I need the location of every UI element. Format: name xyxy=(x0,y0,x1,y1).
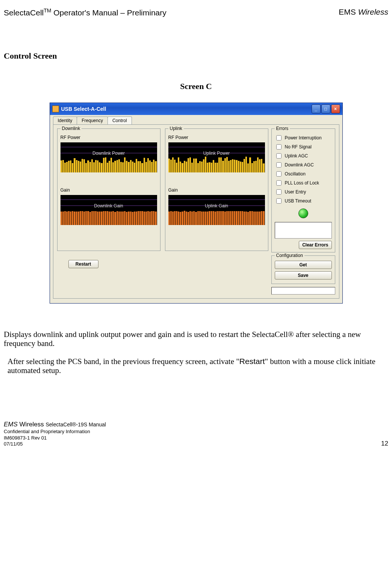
status-led-icon xyxy=(298,208,308,218)
downlink-legend: Downlink xyxy=(61,126,82,131)
error-checkbox[interactable] xyxy=(276,144,282,150)
errors-legend: Errors xyxy=(275,126,290,131)
uplink-gain-chart: Uplink Gain xyxy=(168,195,265,225)
clear-errors-button[interactable]: Clear Errors xyxy=(299,241,331,249)
tab-identity[interactable]: Identity xyxy=(53,116,77,124)
maximize-button[interactable]: □ xyxy=(321,104,330,113)
error-label: Downlink AGC xyxy=(285,162,314,168)
downlink-group: Downlink RF Power Downlink Power Gain Do… xyxy=(57,128,160,251)
save-button[interactable]: Save xyxy=(275,271,332,279)
window-controls: _ □ × xyxy=(312,104,340,113)
product-name: SelectaCell xyxy=(4,8,44,17)
error-label: Oscillation xyxy=(285,171,306,177)
uplink-power-chart-title: Uplink Power xyxy=(168,151,265,156)
document-header: SelectaCellTM Operator's Manual – Prelim… xyxy=(4,8,388,17)
app-window: USB Select-A-Cell _ □ × Identity Frequen… xyxy=(50,103,343,304)
footer-line2: Confidential and Proprietary Information xyxy=(4,429,106,435)
paragraph-1: Displays downlink and uplink output powe… xyxy=(4,330,388,348)
window-title: USB Select-A-Cell xyxy=(61,106,106,112)
downlink-power-chart-title: Downlink Power xyxy=(61,151,157,156)
error-label: PLL Loss of Lock xyxy=(285,180,319,186)
footer-company-mid: Wireless xyxy=(18,421,46,428)
footer-line4: 07/11/05 xyxy=(4,441,106,447)
configuration-legend: Configuration xyxy=(275,253,304,258)
footer-product: SelectaCell®-19S xyxy=(45,422,87,428)
status-field[interactable] xyxy=(271,287,335,295)
page-number: 12 xyxy=(381,440,388,447)
minimize-button[interactable]: _ xyxy=(312,104,321,113)
side-column: Errors Power InterruptionNo RF SignalUpl… xyxy=(271,128,335,295)
downlink-gain-chart-title: Downlink Gain xyxy=(61,203,157,208)
restart-keyword: Restart xyxy=(239,357,265,366)
header-left: SelectaCellTM Operator's Manual – Prelim… xyxy=(4,8,166,17)
header-right: EMS Wireless xyxy=(339,8,388,17)
error-row: Power Interruption xyxy=(275,134,332,142)
error-label: User Entry xyxy=(285,189,306,195)
uplink-power-chart: Uplink Power xyxy=(168,142,265,172)
screenshot: USB Select-A-Cell _ □ × Identity Frequen… xyxy=(50,103,343,304)
error-row: Uplink AGC xyxy=(275,152,332,160)
footer-left: EMS Wireless SelectaCell®-19S Manual Con… xyxy=(4,420,106,448)
errors-textbox[interactable] xyxy=(275,222,332,239)
error-label: USB Timeout xyxy=(285,198,312,204)
titlebar: USB Select-A-Cell _ □ × xyxy=(50,103,342,115)
uplink-legend: Uplink xyxy=(168,126,184,131)
error-row: PLL Loss of Lock xyxy=(275,179,332,187)
footer-line3: IM609873-1 Rev 01 xyxy=(4,435,106,441)
tab-panel: Downlink RF Power Downlink Power Gain Do… xyxy=(53,124,339,299)
error-row: No RF Signal xyxy=(275,143,332,151)
paragraph-2-pre: After selecting the PCS band, in the pre… xyxy=(8,357,239,366)
tab-frequency[interactable]: Frequency xyxy=(77,116,108,124)
company-suffix: Wireless xyxy=(358,8,388,16)
section-heading: Control Screen xyxy=(4,51,388,61)
downlink-gain-label: Gain xyxy=(61,187,157,193)
error-label: Uplink AGC xyxy=(285,153,308,159)
tm-mark: TM xyxy=(44,8,51,14)
get-button[interactable]: Get xyxy=(275,261,332,269)
downlink-power-chart: Downlink Power xyxy=(61,142,157,172)
client-area: Identity Frequency Control Downlink RF P… xyxy=(50,115,342,303)
main-column: Downlink RF Power Downlink Power Gain Do… xyxy=(57,128,268,295)
configuration-group: Configuration Get Save xyxy=(271,255,335,284)
footer-company-pre: EMS xyxy=(4,421,18,428)
screen-label: Screen C xyxy=(4,82,388,91)
error-label: Power Interruption xyxy=(285,135,322,140)
error-checkbox[interactable] xyxy=(276,180,282,186)
footer-manual: Manual xyxy=(87,422,106,428)
company-prefix: EMS xyxy=(339,8,358,16)
uplink-gain-label: Gain xyxy=(168,187,265,193)
error-row: Downlink AGC xyxy=(275,161,332,169)
error-checkbox[interactable] xyxy=(276,135,282,140)
header-left-rest: Operator's Manual – Preliminary xyxy=(51,8,166,17)
close-button[interactable]: × xyxy=(331,104,340,113)
error-checkbox[interactable] xyxy=(276,153,282,159)
error-checkbox[interactable] xyxy=(276,198,282,204)
error-checkbox[interactable] xyxy=(276,189,282,195)
uplink-rfpower-label: RF Power xyxy=(168,135,265,140)
downlink-gain-chart: Downlink Gain xyxy=(61,195,157,225)
downlink-rfpower-label: RF Power xyxy=(61,135,157,140)
error-row: Oscillation xyxy=(275,170,332,178)
uplink-group: Uplink RF Power Uplink Power Gain Uplink… xyxy=(165,128,268,251)
tab-control[interactable]: Control xyxy=(107,116,132,124)
restart-button[interactable]: Restart xyxy=(68,260,98,268)
error-label: No RF Signal xyxy=(285,144,312,150)
footer-line1: EMS Wireless SelectaCell®-19S Manual xyxy=(4,420,106,429)
error-row: User Entry xyxy=(275,188,332,196)
uplink-gain-chart-title: Uplink Gain xyxy=(168,203,265,208)
footer: EMS Wireless SelectaCell®-19S Manual Con… xyxy=(4,420,388,448)
tabs: Identity Frequency Control xyxy=(53,116,339,124)
error-checkbox[interactable] xyxy=(276,162,282,168)
app-icon xyxy=(52,106,59,112)
errors-group: Errors Power InterruptionNo RF SignalUpl… xyxy=(271,128,335,252)
error-row: USB Timeout xyxy=(275,197,332,205)
paragraph-2: After selecting the PCS band, in the pre… xyxy=(8,357,388,375)
error-checkbox[interactable] xyxy=(276,171,282,177)
